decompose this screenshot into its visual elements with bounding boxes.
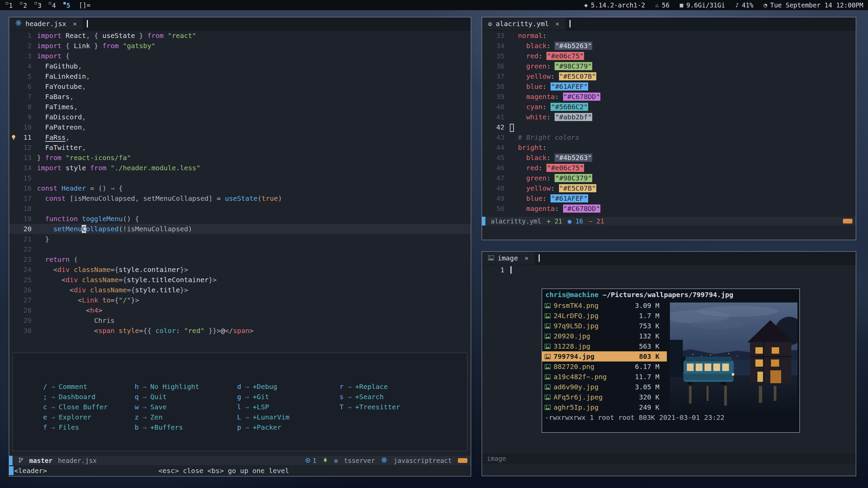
file-row[interactable]: AFq5r6j.jpeg320 K: [542, 392, 667, 402]
file-row[interactable]: 9rsmTK4.png3.09 M: [542, 300, 667, 311]
code-line[interactable]: 35 red: "#e06c75": [482, 51, 856, 61]
file-row[interactable]: 882720.png6.17 M: [542, 362, 667, 372]
color-swatch: "#61AFEF": [551, 194, 588, 202]
file-row[interactable]: 799794.jpg803 K: [542, 351, 667, 362]
tab-image[interactable]: image ×: [482, 252, 535, 265]
file-name: 97q9L5D.jpg: [554, 322, 624, 330]
close-icon[interactable]: ×: [555, 20, 559, 28]
code-line[interactable]: 14import style from "./header.module.les…: [9, 163, 471, 173]
code-line[interactable]: 8 FaTimes,: [9, 102, 471, 112]
line-number: 4: [18, 61, 32, 71]
code-line[interactable]: 19 function toggleMenu() {: [9, 214, 471, 224]
code-line[interactable]: 40 cyan: "#56B6C2": [482, 102, 856, 112]
code-buffer[interactable]: 1import React, { useState } from "react"…: [9, 31, 471, 336]
code-line[interactable]: 30 <span style={{ color: "red" }}>@</spa…: [9, 326, 471, 336]
code-line[interactable]: 1import React, { useState } from "react": [9, 31, 471, 41]
code-line[interactable]: 18: [9, 203, 471, 214]
code-line[interactable]: 25 <div className={style.titleContainer}…: [9, 275, 471, 285]
tab-label: image: [498, 254, 518, 262]
file-row[interactable]: ad6v90y.jpg3.05 M: [542, 382, 667, 392]
arrow-icon: →: [245, 383, 249, 391]
workspace-tag-5[interactable]: 5: [62, 1, 73, 9]
workspace-tag-4[interactable]: 4: [48, 1, 59, 9]
code-line[interactable]: 24 <div className={style.container}>: [9, 265, 471, 275]
file-row[interactable]: aghr5Ip.jpg249 K: [542, 402, 667, 412]
code-line[interactable]: 7 FaBars,: [9, 92, 471, 102]
code-line[interactable]: 48 yellow: "#E5C07B": [482, 183, 856, 193]
code-line[interactable]: 44 bright:: [482, 142, 856, 153]
which-key-item: L→+LunarVim: [236, 412, 339, 422]
code-line[interactable]: 50 magenta: "#C678DD": [482, 203, 856, 214]
code-line[interactable]: 12 FaTwitter,: [9, 142, 471, 153]
code-line[interactable]: 45 black: "#4b5263": [482, 153, 856, 163]
arrow-icon: →: [142, 403, 147, 411]
code-line[interactable]: 2import { Link } from "gatsby": [9, 41, 471, 51]
line-number: 7: [18, 92, 32, 102]
code-line[interactable]: 43 # Bright colors: [482, 132, 856, 142]
code-line[interactable]: 42: [482, 122, 856, 132]
code-line[interactable]: 13} from "react-icons/fa": [9, 153, 471, 163]
which-key-description: Files: [59, 423, 79, 431]
code-line[interactable]: 15: [9, 173, 471, 183]
workspace-tag-1[interactable]: 1: [5, 1, 16, 9]
code-line[interactable]: 46 red: "#e06c75": [482, 163, 856, 173]
tab-header-jsx[interactable]: header.jsx ×: [9, 17, 83, 30]
code-line[interactable]: 10 FaPatreon,: [9, 122, 471, 132]
workspace-tags: 12345: [5, 1, 73, 9]
code-line[interactable]: 39 magenta: "#C678DD": [482, 92, 856, 102]
statusline-filename: image: [487, 455, 506, 462]
code-buffer[interactable]: 1: [482, 265, 856, 275]
cmdline-cursor: [9, 466, 14, 475]
file-row[interactable]: 97q9L5D.jpg753 K: [542, 321, 667, 331]
code-line[interactable]: 17 const [isMenuCollapsed, setMenuCollap…: [9, 193, 471, 203]
code-line[interactable]: 41 white: "#abb2bf": [482, 112, 856, 122]
code-line[interactable]: 21 }: [9, 234, 471, 244]
workspace-tag-2[interactable]: 2: [19, 1, 30, 9]
close-icon[interactable]: ×: [73, 20, 77, 28]
workspace-tag-3[interactable]: 3: [34, 1, 44, 9]
code-line[interactable]: 16const Header = () ⇒ {: [9, 183, 471, 193]
code-line[interactable]: 38 blue: "#61AFEF": [482, 81, 856, 92]
code-line[interactable]: 5 FaLinkedin,: [9, 71, 471, 81]
file-row[interactable]: 24LrDFQ.jpg1.7 M: [542, 311, 667, 321]
code-line[interactable]: 20 setMenuCollapsed(!isMenuCollapsed): [9, 224, 471, 234]
which-key-item: e→Explorer: [42, 412, 134, 422]
code-line[interactable]: 29 Chris: [9, 315, 471, 326]
code-line[interactable]: 3import {: [9, 51, 471, 61]
code-line[interactable]: 28 <h4>: [9, 305, 471, 315]
layout-symbol[interactable]: []=: [79, 1, 90, 9]
arrow-icon: →: [51, 403, 55, 411]
code-line[interactable]: 9 FaDiscord,: [9, 112, 471, 122]
color-swatch: "#61AFEF": [551, 82, 588, 91]
tabline-cursor: [87, 20, 88, 27]
tab-alacritty-yml[interactable]: ⚙ alacritty.yml ×: [482, 17, 565, 30]
close-icon[interactable]: ×: [524, 254, 528, 262]
treesitter-icon: [323, 457, 328, 464]
code-line[interactable]: 49 blue: "#61AFEF": [482, 193, 856, 203]
code-line[interactable]: 6 FaYoutube,: [9, 81, 471, 92]
file-name: AFq5r6j.jpeg: [554, 393, 624, 401]
file-row[interactable]: 31228.jpg563 K: [542, 341, 667, 351]
code-line[interactable]: 4 FaGithub,: [9, 61, 471, 71]
code-line[interactable]: 11 FaRss,: [9, 132, 471, 142]
arrow-icon: →: [245, 423, 249, 431]
code-line[interactable]: 26 <div className={style.title}>: [9, 285, 471, 295]
line-number: 28: [18, 305, 32, 315]
code-line[interactable]: 34 black: "#4b5263": [482, 41, 856, 51]
file-row[interactable]: 20920.jpg132 K: [542, 331, 667, 341]
code-line[interactable]: 22: [9, 244, 471, 254]
color-swatch: "#C678DD": [563, 93, 600, 101]
code-line[interactable]: 23 return (: [9, 254, 471, 265]
scroll-indicator: [843, 219, 852, 223]
code-line[interactable]: 33 normal:: [482, 31, 856, 41]
file-row[interactable]: a19c482f~.png11.7 M: [542, 372, 667, 382]
code-line[interactable]: 36 green: "#98C379": [482, 61, 856, 71]
image-file-icon: [545, 364, 554, 369]
code-line[interactable]: 47 green: "#98C379": [482, 173, 856, 183]
line-number: 27: [18, 295, 32, 305]
image-file-icon: [545, 374, 554, 379]
tag-occupied-mark: [20, 2, 22, 4]
code-line[interactable]: 27 <Link to={"/"}>: [9, 295, 471, 305]
code-line[interactable]: 37 yellow: "#E5C07B": [482, 71, 856, 81]
code-buffer[interactable]: 33 normal:34 black: "#4b5263"35 red: "#e…: [482, 31, 856, 214]
